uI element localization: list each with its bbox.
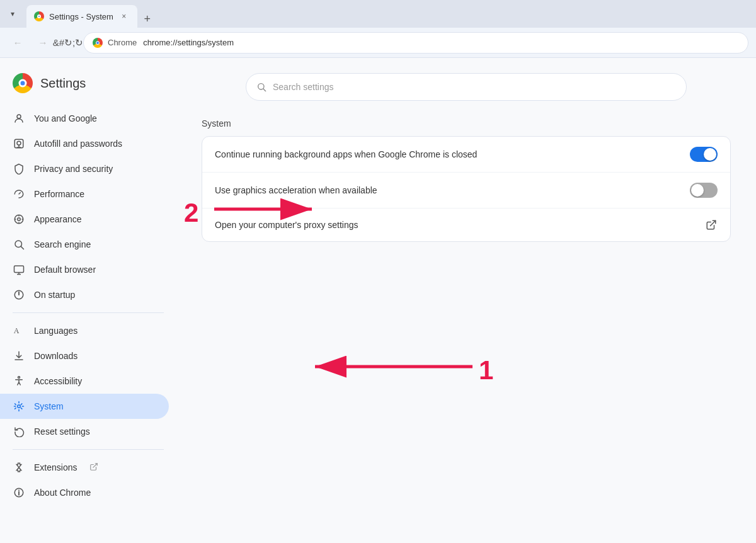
tab-title: Settings - System [49,12,113,21]
settings-title: Settings [40,76,86,91]
annotations-svg: 1 2 [176,58,756,543]
languages-icon: A [13,324,25,337]
arrow2-label: 2 [184,198,198,227]
search-icon [256,82,266,92]
sidebar-item-label-on-startup: On startup [34,290,75,300]
graphics-acceleration-label: Use graphics acceleration when available [215,185,682,195]
svg-point-23 [18,489,20,491]
reload-button[interactable]: &#↻;↻ [58,33,78,53]
graphics-acceleration-row: Use graphics acceleration when available [202,173,730,209]
sidebar-item-system[interactable]: System [0,394,169,419]
address-bar[interactable]: Chrome chrome://settings/system [83,32,748,54]
svg-point-0 [17,115,21,118]
sidebar-item-performance[interactable]: Performance [0,181,169,207]
search-input[interactable] [273,82,676,92]
sidebar-item-label-appearance: Appearance [34,214,82,224]
system-section-title: System [202,118,731,129]
sidebar-item-label-search-engine: Search engine [34,239,91,249]
new-tab-button[interactable]: + [139,10,156,28]
search-bar[interactable] [246,73,687,101]
sidebar-item-search-engine[interactable]: Search engine [0,232,169,257]
graphics-acceleration-toggle[interactable] [690,183,718,198]
sidebar-item-label-autofill: Autofill and passwords [34,139,122,149]
sidebar-item-label-about-chrome: About Chrome [34,488,91,498]
background-apps-label: Continue running background apps when Go… [215,149,682,159]
sidebar-item-label-downloads: Downloads [34,351,77,361]
browser-tab-bar: ▾ Settings - System × + [0,0,756,28]
svg-line-25 [263,89,266,91]
back-button[interactable]: ← [8,33,28,53]
browser-toolbar: ← → &#↻;↻ Chrome chrome://settings/syste… [0,28,756,58]
about-chrome-icon [13,486,25,499]
search-engine-icon [13,238,25,251]
sidebar-item-appearance[interactable]: Appearance [0,207,169,232]
svg-point-4 [18,218,21,221]
accessibility-icon [13,375,25,387]
svg-line-26 [711,220,716,226]
sidebar-item-you-and-google[interactable]: You and Google [0,106,169,131]
tab-close-button[interactable]: × [118,11,130,22]
performance-icon [13,188,25,200]
svg-line-20 [93,463,97,467]
sidebar-item-label-accessibility: Accessibility [34,376,82,386]
sidebar-item-languages[interactable]: ALanguages [0,318,169,343]
address-label: Chrome [108,38,137,47]
svg-point-1 [17,141,21,145]
background-apps-toggle[interactable] [690,147,718,162]
main-content: System Continue running background apps … [176,58,756,543]
proxy-settings-label: Open your computer's proxy settings [215,220,697,230]
proxy-settings-row: Open your computer's proxy settings [202,209,730,241]
sidebar-divider [13,449,164,450]
system-icon [13,400,25,413]
downloads-icon [13,350,25,362]
privacy-icon [13,163,25,175]
autofill-icon [13,137,25,150]
sidebar-item-label-extensions: Extensions [34,462,77,472]
sidebar-item-about-chrome[interactable]: About Chrome [0,480,169,505]
background-apps-row: Continue running background apps when Go… [202,137,730,173]
address-url: chrome://settings/system [143,38,234,47]
forward-button[interactable]: → [33,33,53,53]
svg-point-18 [18,377,20,379]
sidebar: Settings You and GoogleAutofill and pass… [0,58,176,543]
sidebar-item-label-reset-settings: Reset settings [34,426,90,437]
sidebar-item-privacy[interactable]: Privacy and security [0,156,169,181]
page-content: Settings You and GoogleAutofill and pass… [0,58,756,543]
sidebar-item-label-system: System [34,401,64,411]
sidebar-item-downloads[interactable]: Downloads [0,343,169,369]
settings-card: Continue running background apps when Go… [202,136,731,242]
sidebar-item-on-startup[interactable]: On startup [0,282,169,307]
sidebar-item-label-you-and-google: You and Google [34,113,97,123]
arrow1-label: 1 [479,355,493,385]
sidebar-item-label-languages: Languages [34,326,77,336]
sidebar-item-extensions[interactable]: Extensions [0,455,169,480]
sidebar-item-reset-settings[interactable]: Reset settings [0,419,169,444]
default-browser-icon [13,263,25,276]
svg-line-10 [21,246,23,249]
svg-rect-11 [14,266,24,273]
svg-point-19 [18,405,21,408]
settings-logo: Settings [0,68,176,106]
extensions-external-icon [89,462,98,473]
appearance-icon [13,213,25,226]
sidebar-item-default-browser[interactable]: Default browser [0,257,169,282]
tab-list-button[interactable]: ▾ [5,6,20,21]
sidebar-item-label-privacy: Privacy and security [34,164,113,174]
you-and-google-icon [13,112,25,125]
proxy-external-link-icon[interactable] [705,219,718,231]
sidebar-item-autofill[interactable]: Autofill and passwords [0,131,169,156]
active-tab[interactable]: Settings - System × [26,5,137,28]
sidebar-divider [13,312,164,313]
extensions-icon [13,461,25,474]
sidebar-item-label-default-browser: Default browser [34,265,96,275]
reset-settings-icon [13,425,25,438]
sidebar-item-accessibility[interactable]: Accessibility [0,369,169,394]
on-startup-icon [13,289,25,301]
sidebar-items-container: You and GoogleAutofill and passwordsPriv… [0,106,176,505]
sidebar-item-label-performance: Performance [34,189,84,199]
svg-text:A: A [14,326,20,335]
